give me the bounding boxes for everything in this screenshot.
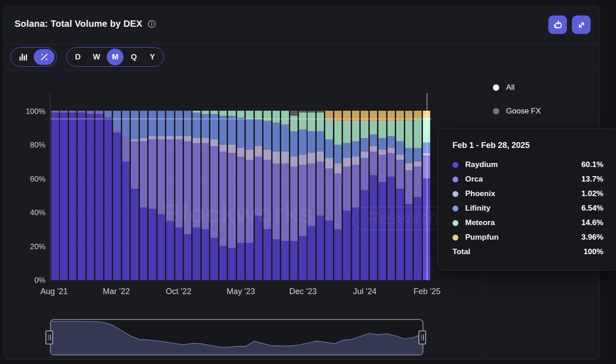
bar-segment-raydium [95, 114, 103, 280]
bar-segment-raydium [69, 113, 77, 280]
bar-segment-raydium [87, 114, 94, 280]
tooltip-total-row: Total 100% [452, 245, 603, 259]
series-label: Pumpfun [465, 233, 499, 242]
brush-handle-left[interactable] [45, 330, 53, 344]
bar-segment-raydium [334, 229, 342, 280]
bar-segment-lifinity [299, 129, 307, 155]
bar-segment-raydium [113, 133, 121, 280]
legend-item-goose-fx[interactable]: Goose FX [493, 105, 541, 117]
bar-segment-lifinity [308, 131, 315, 153]
range-brush[interactable] [50, 319, 423, 355]
bar-segment-meteora [202, 111, 209, 114]
download-icon [552, 20, 563, 30]
bar-column-dec-24[interactable] [405, 0, 413, 280]
y-axis-tick: 100% [8, 107, 45, 116]
bar-view-toggle[interactable] [13, 49, 34, 65]
bar-column-sep-24[interactable] [378, 0, 386, 280]
bar-column-jul-22[interactable] [149, 0, 156, 280]
bar-column-jan-25[interactable] [414, 0, 422, 280]
bar-column-dec-22[interactable] [193, 0, 200, 280]
bar-column-oct-24[interactable] [387, 0, 395, 280]
bar-column-sep-22[interactable] [166, 0, 174, 280]
bar-segment-lifinity [158, 111, 165, 136]
bar-segment-lifinity [290, 131, 298, 157]
x-axis-tick: May '23 [227, 287, 255, 296]
bar-column-aug-23[interactable] [263, 0, 271, 280]
bar-column-jun-23[interactable] [246, 0, 253, 280]
bar-column-aug-22[interactable] [158, 0, 165, 280]
series-value: 3.96% [581, 233, 603, 242]
x-axis-tick: Oct '22 [166, 287, 191, 296]
bar-column-sep-21[interactable] [60, 0, 68, 280]
bar-column-aug-24[interactable] [370, 0, 378, 280]
bar-column-mar-24[interactable] [325, 0, 333, 280]
bar-segment-orca [343, 167, 351, 211]
bar-segment-phoenix [290, 157, 298, 167]
export-image-button[interactable] [548, 15, 567, 34]
bar-column-feb-23[interactable] [210, 0, 218, 280]
bar-segment-lifinity [343, 143, 351, 158]
bar-segment-phoenix [184, 136, 192, 141]
bar-segment-pumpfun [325, 111, 333, 119]
bar-segment-orca [378, 155, 386, 182]
bar-segment-orca [60, 111, 68, 113]
bar-column-mar-23[interactable] [219, 0, 227, 280]
bar-column-aug-21[interactable] [51, 0, 59, 280]
bar-column-feb-24[interactable] [317, 0, 324, 280]
bar-column-may-23[interactable] [237, 0, 245, 280]
bar-column-oct-21[interactable] [69, 0, 77, 280]
bar-segment-raydium [210, 238, 218, 280]
bar-column-nov-22[interactable] [184, 0, 192, 280]
bar-segment-orca [405, 170, 413, 204]
bar-segment-phoenix [202, 138, 209, 143]
bar-column-jul-24[interactable] [361, 0, 368, 280]
legend-item-all[interactable]: All [493, 82, 515, 93]
bar-column-may-24[interactable] [343, 0, 351, 280]
bar-column-nov-23[interactable] [290, 0, 298, 280]
bar-segment-raydium [149, 209, 156, 280]
bar-column-may-22[interactable] [131, 0, 139, 280]
bar-segment-raydium [325, 221, 333, 280]
bar-column-oct-23[interactable] [281, 0, 289, 280]
bar-segment-meteora [396, 121, 404, 141]
bar-segment-pumpfun [414, 111, 422, 119]
bar-segment-phoenix [352, 157, 360, 165]
bar-column-sep-23[interactable] [273, 0, 280, 280]
bar-column-jan-22[interactable] [95, 0, 103, 280]
bar-column-apr-24[interactable] [334, 0, 342, 280]
chart-type-toggle [10, 47, 57, 67]
bar-segment-orca [78, 111, 85, 113]
series-value: 6.54% [581, 204, 603, 213]
bar-column-apr-23[interactable] [228, 0, 236, 280]
bar-segment-lifinity [166, 111, 174, 136]
bar-segment-meteora [255, 111, 263, 119]
bar-column-jun-22[interactable] [140, 0, 148, 280]
bar-column-apr-22[interactable] [122, 0, 130, 280]
bar-segment-lifinity [246, 119, 253, 150]
bar-segment-meteora [352, 121, 360, 141]
series-dot [452, 191, 458, 197]
bar-segment-lifinity [184, 111, 192, 136]
bar-column-dec-23[interactable] [299, 0, 307, 280]
bar-column-feb-22[interactable] [104, 0, 112, 280]
bar-segment-raydium [193, 227, 200, 280]
bar-column-nov-21[interactable] [78, 0, 85, 280]
brush-handle-right[interactable] [418, 330, 426, 344]
bar-column-nov-24[interactable] [396, 0, 404, 280]
tooltip-total-value: 100% [584, 247, 603, 256]
bar-column-dec-21[interactable] [87, 0, 94, 280]
bar-segment-raydium [308, 226, 315, 280]
bar-segment-meteora [263, 111, 271, 121]
bar-column-jan-23[interactable] [202, 0, 209, 280]
fullscreen-button[interactable] [572, 15, 591, 34]
bar-column-oct-22[interactable] [175, 0, 183, 280]
series-label: Orca [465, 175, 483, 184]
bar-segment-orca [414, 167, 422, 197]
bar-column-jan-24[interactable] [308, 0, 315, 280]
bar-segment-meteora [325, 119, 333, 140]
bar-segment-phoenix [370, 146, 378, 151]
bar-column-jun-24[interactable] [352, 0, 360, 280]
bar-column-mar-22[interactable] [113, 0, 121, 280]
bar-column-jul-23[interactable] [255, 0, 263, 280]
bar-segment-phoenix [361, 152, 368, 158]
